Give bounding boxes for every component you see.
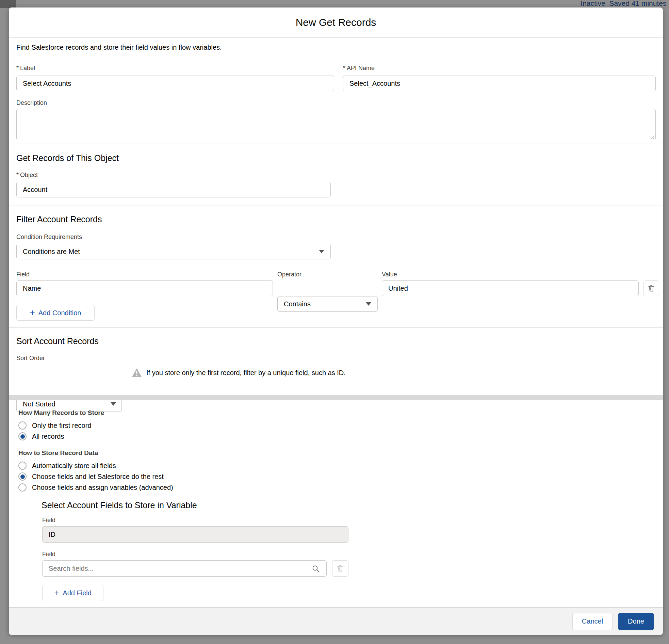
- filter-operator-value: Contains: [284, 300, 311, 308]
- textarea-resize-handle[interactable]: [650, 135, 655, 140]
- condition-requirements-label: Condition Requirements: [16, 234, 82, 241]
- description-textarea[interactable]: [16, 109, 656, 140]
- select-fields-heading: Select Account Fields to Store in Variab…: [42, 500, 197, 510]
- trash-icon: [647, 284, 655, 292]
- new-get-records-modal: New Get Records Find Salesforce records …: [9, 8, 663, 635]
- filter-value-label: Value: [382, 271, 397, 278]
- section-divider: [9, 144, 663, 144]
- new-field-label: Field: [42, 551, 56, 558]
- search-icon: [312, 565, 320, 573]
- radio-icon[interactable]: [18, 462, 27, 470]
- radio-option-auto-store-all-fields[interactable]: Automatically store all fields: [18, 462, 116, 470]
- filter-section-heading: Filter Account Records: [16, 214, 102, 224]
- stored-field-label: Field: [42, 517, 56, 524]
- sort-section-heading: Sort Account Records: [16, 336, 99, 346]
- radio-selected-icon[interactable]: [18, 473, 27, 481]
- api-name-input[interactable]: [343, 75, 656, 91]
- object-input[interactable]: [16, 182, 331, 197]
- add-condition-button[interactable]: + Add Condition: [16, 305, 95, 321]
- cancel-button[interactable]: Cancel: [572, 613, 613, 630]
- required-mark: *: [16, 65, 19, 71]
- modal-description-text: Find Salesforce records and store their …: [16, 44, 222, 52]
- how-to-store-label: How to Store Record Data: [18, 449, 98, 457]
- how-many-records-label: How Many Records to Store: [18, 409, 104, 417]
- flow-status-text: Inactive–Saved 41 minutes a: [581, 0, 669, 8]
- delete-field-button[interactable]: [332, 560, 348, 577]
- modal-title: New Get Records: [296, 17, 376, 28]
- object-field-label: *Object: [16, 171, 38, 179]
- plus-icon: +: [54, 589, 59, 596]
- radio-icon[interactable]: [18, 483, 27, 491]
- required-mark: *: [343, 65, 345, 71]
- filter-operator-combobox[interactable]: Contains: [277, 296, 378, 312]
- background-toolbar-fragment: [0, 0, 16, 8]
- sort-order-label: Sort Order: [16, 355, 45, 362]
- section-divider: [9, 206, 663, 206]
- api-name-field-label: *API Name: [343, 65, 375, 72]
- done-button[interactable]: Done: [618, 613, 654, 630]
- filter-value-input[interactable]: [382, 280, 639, 296]
- section-divider: [9, 327, 663, 328]
- radio-icon[interactable]: [18, 421, 27, 430]
- object-section-heading: Get Records of This Object: [16, 153, 119, 163]
- add-field-button[interactable]: + Add Field: [42, 585, 103, 601]
- radio-option-all-records[interactable]: All records: [18, 432, 64, 440]
- condition-requirements-value: Conditions are Met: [23, 248, 80, 256]
- chevron-down-icon: [366, 302, 371, 306]
- filter-field-input[interactable]: [16, 280, 273, 296]
- plus-icon: +: [30, 309, 35, 316]
- modal-footer: Cancel Done: [9, 607, 663, 635]
- required-mark: *: [16, 171, 19, 178]
- chevron-down-icon: [111, 402, 116, 406]
- radio-option-choose-fields-advanced[interactable]: Choose fields and assign variables (adva…: [18, 483, 173, 491]
- stored-field-id-input: [42, 526, 348, 543]
- description-label: Description: [16, 99, 47, 107]
- label-input[interactable]: [16, 75, 334, 91]
- condition-requirements-combobox[interactable]: Conditions are Met: [16, 244, 331, 260]
- filter-operator-label: Operator: [277, 271, 301, 278]
- radio-selected-icon[interactable]: [18, 432, 27, 440]
- label-field-label: *Label: [16, 65, 35, 72]
- chevron-down-icon: [319, 250, 324, 253]
- radio-option-only-first-record[interactable]: Only the first record: [18, 421, 91, 430]
- panel-separator: [9, 395, 663, 400]
- warning-icon: [131, 368, 142, 378]
- sort-order-value: Not Sorted: [23, 400, 56, 408]
- filter-field-label: Field: [16, 271, 30, 278]
- screen: Inactive–Saved 41 minutes a New Get Reco…: [0, 0, 669, 644]
- sort-warning-text: If you store only the first record, filt…: [146, 369, 346, 377]
- trash-icon: [336, 564, 344, 573]
- modal-header: New Get Records: [9, 8, 663, 38]
- delete-condition-button[interactable]: [643, 280, 659, 296]
- radio-option-choose-fields-salesforce[interactable]: Choose fields and let Salesforce do the …: [18, 473, 164, 481]
- search-fields-input[interactable]: [42, 560, 327, 577]
